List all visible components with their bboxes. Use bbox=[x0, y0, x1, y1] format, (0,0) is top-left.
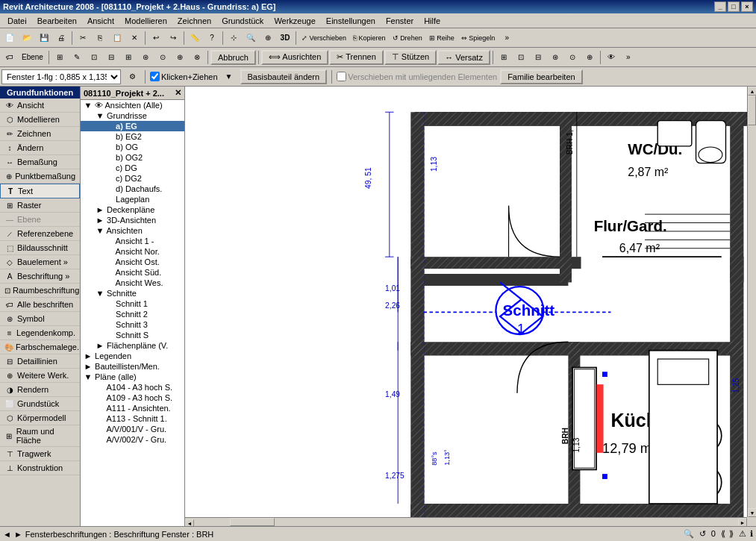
tree-item-plaene-alle[interactable]: ▼ Pläne (alle) bbox=[81, 372, 184, 382]
menu-ansicht[interactable]: Ansicht bbox=[83, 15, 119, 27]
tree-item-ansicht-ost[interactable]: Ansicht Ost. bbox=[81, 257, 184, 267]
sidebar-item-koerpermodell[interactable]: ⬡ Körpermodell bbox=[0, 411, 80, 425]
menu-hilfe[interactable]: Hilfe bbox=[419, 15, 445, 27]
tb2-more5[interactable]: ⊙ bbox=[564, 49, 581, 66]
array-btn[interactable]: ⊞ Reihe bbox=[426, 30, 457, 46]
tree-item-a109[interactable]: A109 - A3 hoch S. bbox=[81, 393, 184, 403]
tb2-btn8[interactable]: ⊕ bbox=[172, 49, 188, 66]
scrollbar-horizontal[interactable]: ◄ ► bbox=[185, 517, 747, 526]
tree-item-c-dg[interactable]: c) DG bbox=[81, 163, 184, 173]
window-settings-btn[interactable]: ⚙ bbox=[124, 69, 140, 85]
scroll-up-btn[interactable]: ▲ bbox=[748, 87, 756, 96]
3d-btn[interactable]: 3D bbox=[277, 30, 293, 46]
tree-item-3d-ansichten[interactable]: ► 3D-Ansichten bbox=[81, 215, 184, 225]
tb2-more3[interactable]: ⊟ bbox=[530, 49, 546, 66]
sidebar-item-bildausschnitt[interactable]: ⬚ Bildausschnitt bbox=[0, 241, 80, 255]
sidebar-item-ebene[interactable]: — Ebene bbox=[0, 213, 80, 227]
canvas-area[interactable]: WC/Du. 2,87 m² Flur/Gard. 6,47 m² Küche … bbox=[185, 87, 756, 526]
tree-item-ansichten-alle[interactable]: ▼ 👁 Ansichten (Alle) bbox=[81, 100, 184, 110]
close-btn[interactable]: × bbox=[741, 1, 753, 12]
menu-fenster[interactable]: Fenster bbox=[381, 15, 418, 27]
tree-item-schnitt2[interactable]: Schnitt 2 bbox=[81, 309, 184, 319]
tb2-btn7[interactable]: ⊙ bbox=[154, 49, 171, 66]
split-btn[interactable]: ✂ Trennen bbox=[329, 50, 383, 65]
paste-btn[interactable]: 📋 bbox=[109, 30, 125, 46]
sidebar-item-allebeschriften[interactable]: 🏷 Alle beschriften bbox=[0, 298, 80, 312]
sidebar-item-konstruktion[interactable]: ⊥ Konstruktion bbox=[0, 461, 80, 475]
tree-item-ansicht1[interactable]: Ansicht 1 - bbox=[81, 236, 184, 246]
tree-item-lageplan[interactable]: Lageplan bbox=[81, 194, 184, 204]
menu-datei[interactable]: Datei bbox=[3, 15, 31, 27]
menu-zeichnen[interactable]: Zeichnen bbox=[173, 15, 216, 27]
redo-btn[interactable]: ↪ bbox=[165, 30, 181, 46]
nav-next[interactable]: ► bbox=[14, 530, 22, 539]
scroll-thumb-v[interactable] bbox=[748, 96, 756, 125]
sidebar-item-rendern[interactable]: ◑ Rendern bbox=[0, 383, 80, 397]
click-drag-checkbox[interactable] bbox=[150, 72, 160, 81]
nav-prev[interactable]: ◄ bbox=[3, 530, 11, 539]
filter-btn[interactable]: ▼ bbox=[221, 69, 237, 85]
tb2-btn1[interactable]: ⊞ bbox=[51, 49, 68, 66]
save-btn[interactable]: 💾 bbox=[36, 30, 52, 46]
copy-tool-btn[interactable]: ⎘ Kopieren bbox=[350, 30, 389, 46]
tree-item-grundrisse[interactable]: ▼ Grundrisse bbox=[81, 110, 184, 121]
open-btn[interactable]: 📂 bbox=[19, 30, 35, 46]
tree-item-d-dachaufs[interactable]: d) Dachaufs. bbox=[81, 184, 184, 194]
zoom-in-btn[interactable]: ⊕ bbox=[260, 30, 276, 46]
sidebar-item-text[interactable]: T Text bbox=[0, 184, 80, 198]
tb2-btn6[interactable]: ⊛ bbox=[137, 49, 154, 66]
tb2-btn9[interactable]: ⊗ bbox=[189, 49, 205, 66]
sidebar-item-raster[interactable]: ⊞ Raster bbox=[0, 198, 80, 213]
tb2-btn5[interactable]: ⊞ bbox=[120, 49, 137, 66]
rotate-btn[interactable]: ↺ Drehen bbox=[390, 30, 425, 46]
tree-item-ansichten[interactable]: ▼ Ansichten bbox=[81, 225, 184, 236]
tree-item-av001[interactable]: A/V/001/V - Gru. bbox=[81, 424, 184, 434]
scroll-right-btn[interactable]: ► bbox=[738, 518, 747, 526]
scroll-thumb-h[interactable] bbox=[230, 518, 275, 526]
tb2-more1[interactable]: ⊞ bbox=[496, 49, 512, 66]
tb2-view-btn[interactable]: 👁 bbox=[603, 49, 619, 66]
undo-btn[interactable]: ↩ bbox=[148, 30, 164, 46]
sidebar-item-ansicht[interactable]: 👁 Ansicht bbox=[0, 98, 80, 113]
tree-item-b-og2[interactable]: b) OG2 bbox=[81, 152, 184, 163]
align-btn[interactable]: ⟺ Ausrichten bbox=[261, 50, 328, 65]
tb2-more2[interactable]: ⊡ bbox=[513, 49, 529, 66]
tree-item-deckenplaene[interactable]: ► Deckenpläne bbox=[81, 204, 184, 215]
nav-icon2[interactable]: ⟫ bbox=[729, 529, 734, 538]
tree-item-schnitt-s[interactable]: Schnitt S bbox=[81, 330, 184, 340]
minimize-btn[interactable]: _ bbox=[714, 1, 726, 12]
sidebar-item-tragwerk[interactable]: ⊤ Tragwerk bbox=[0, 447, 80, 461]
sidebar-item-legende[interactable]: ≡ Legendenkomp. bbox=[0, 326, 80, 340]
sidebar-item-raum-flaeche[interactable]: ⊞ Raum und Fläche bbox=[0, 425, 80, 447]
move-with-checkbox[interactable] bbox=[337, 72, 346, 81]
tb2-more6[interactable]: ⊕ bbox=[581, 49, 598, 66]
canvas-content[interactable]: WC/Du. 2,87 m² Flur/Gard. 6,47 m² Küche … bbox=[185, 87, 747, 517]
sidebar-item-bemaszung[interactable]: ↔ Bemaßung bbox=[0, 155, 80, 169]
tb2-btn4[interactable]: ⊟ bbox=[103, 49, 119, 66]
sidebar-item-zeichnen[interactable]: ✏ Zeichnen bbox=[0, 127, 80, 141]
sidebar-item-symbol[interactable]: ⊛ Symbol bbox=[0, 312, 80, 326]
select-btn[interactable]: ⊹ bbox=[225, 30, 242, 46]
tree-item-a104[interactable]: A104 - A3 hoch S. bbox=[81, 382, 184, 393]
scroll-down-btn[interactable]: ▼ bbox=[748, 508, 756, 517]
tb2-more4[interactable]: ⊛ bbox=[547, 49, 563, 66]
tree-item-schnitt1[interactable]: Schnitt 1 bbox=[81, 298, 184, 309]
nav-icon1[interactable]: ⟪ bbox=[721, 529, 725, 538]
maximize-btn[interactable]: □ bbox=[728, 1, 740, 12]
tb2-btn3[interactable]: ⊡ bbox=[86, 49, 102, 66]
tree-item-flaechenplaene[interactable]: ► Flächenpläne (V. bbox=[81, 340, 184, 351]
sidebar-item-weitere[interactable]: ⊕ Weitere Werk. bbox=[0, 369, 80, 383]
tree-item-b-eg2[interactable]: b) EG2 bbox=[81, 131, 184, 142]
tree-item-schnitt3[interactable]: Schnitt 3 bbox=[81, 319, 184, 330]
menu-modellieren[interactable]: Modellieren bbox=[120, 15, 172, 27]
scroll-left-btn[interactable]: ◄ bbox=[185, 519, 194, 527]
menu-bearbeiten[interactable]: Bearbeiten bbox=[33, 15, 81, 27]
tree-item-a113[interactable]: A113 - Schnitt 1. bbox=[81, 413, 184, 424]
tree-item-bauteillisten[interactable]: ► Bauteillisten/Men. bbox=[81, 361, 184, 372]
zoom-icon[interactable]: 🔍 bbox=[684, 529, 694, 538]
sidebar-item-detaillinien[interactable]: ⊟ Detaillinien bbox=[0, 354, 80, 369]
sidebar-item-aendern[interactable]: ↕ Ändern bbox=[0, 141, 80, 155]
tree-item-ansicht-west[interactable]: Ansicht Wes. bbox=[81, 278, 184, 288]
tb2-end[interactable]: » bbox=[620, 49, 637, 66]
move-btn[interactable]: ⤢ Verschieben bbox=[299, 30, 349, 46]
